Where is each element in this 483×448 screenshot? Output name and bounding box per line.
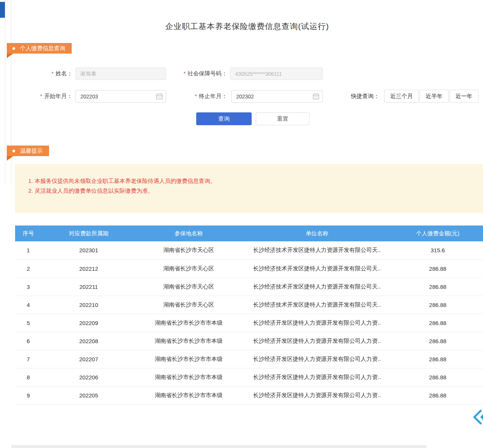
table-header-cell: 个人缴费金额(元): [392, 226, 483, 241]
table-header-row: 序号 对应费款所属期 参保地名称 单位名称 个人缴费金额(元): [15, 226, 483, 241]
table-row: 3 202211 湖南省长沙市天心区 长沙经济技术开发区捷特人力资源开发有限公司…: [15, 278, 483, 296]
cell-index: 8: [15, 368, 42, 386]
name-label: *姓名：: [23, 70, 72, 77]
pension-query-page: 企业职工基本养老保险缴费信息查询(试运行) 个人缴费信息查询 *姓名： *社会保…: [0, 0, 483, 448]
query-button[interactable]: 查询: [196, 112, 252, 125]
table-header-cell: 参保地名称: [136, 226, 242, 241]
start-month-label: *开始年月：: [23, 93, 72, 100]
corner-blue-block: [0, 2, 5, 18]
table-row: 6 202208 湖南省长沙市长沙市市本级 长沙经济开发区捷特人力资源开发有限公…: [15, 332, 483, 350]
cell-index: 6: [15, 332, 42, 350]
table-row: 7 202207 湖南省长沙市长沙市市本级 长沙经济开发区捷特人力资源开发有限公…: [15, 350, 483, 368]
tip-line: 1. 本服务仅提供尚未领取企业职工基本养老保险待遇人员的缴费信息查询。: [28, 176, 475, 186]
cell-index: 2: [15, 259, 42, 278]
cell-amount: 286.88: [392, 278, 483, 296]
cell-amount: 286.88: [392, 332, 483, 350]
cell-index: 1: [15, 241, 42, 259]
cell-amount: 315.6: [392, 241, 483, 259]
cell-period: 202207: [42, 350, 136, 368]
cell-company: 长沙经济技术开发区捷特人力资源开发有限公司天..: [242, 259, 392, 278]
cell-period: 202206: [42, 368, 136, 386]
table-row: 1 202301 湖南省长沙市天心区 长沙经济技术开发区捷特人力资源开发有限公司…: [15, 241, 483, 259]
cell-amount: 286.88: [392, 259, 483, 278]
name-input[interactable]: [75, 68, 166, 80]
cell-period: 202209: [42, 314, 136, 332]
cell-index: 9: [15, 386, 42, 404]
cell-period: 202301: [42, 241, 136, 259]
table-body: 1 202301 湖南省长沙市天心区 长沙经济技术开发区捷特人力资源开发有限公司…: [15, 241, 483, 404]
badge-fold-decoration: [7, 54, 13, 58]
cell-amount: 286.88: [392, 296, 483, 314]
table-row: 5 202209 湖南省长沙市长沙市市本级 长沙经济开发区捷特人力资源开发有限公…: [15, 314, 483, 332]
start-month-input[interactable]: [75, 90, 166, 103]
dot-icon: [12, 47, 15, 50]
cell-region: 湖南省长沙市长沙市市本级: [136, 314, 242, 332]
cell-company: 长沙经济技术开发区捷特人力资源开发有限公司天..: [242, 296, 392, 314]
cell-amount: 286.88: [392, 386, 483, 404]
cell-amount: 286.88: [392, 350, 483, 368]
tip-line: 2. 灵活就业人员的缴费单位信息以实际缴费为准。: [28, 186, 475, 196]
double-chevron-left-icon[interactable]: [472, 409, 483, 425]
section-badge-query-label: 个人缴费信息查询: [20, 45, 65, 52]
cell-company: 长沙经济技术开发区捷特人力资源开发有限公司天..: [242, 278, 392, 296]
payment-records-table: 序号 对应费款所属期 参保地名称 单位名称 个人缴费金额(元) 1 202301…: [15, 226, 483, 405]
section-badge-tips-label: 温馨提示: [20, 147, 43, 155]
cell-period: 202205: [42, 386, 136, 404]
table-row: 8 202206 湖南省长沙市长沙市市本级 长沙经济开发区捷特人力资源开发有限公…: [15, 368, 483, 386]
cell-region: 湖南省长沙市天心区: [136, 278, 242, 296]
cell-company: 长沙经济开发区捷特人力资源开发有限公司人力资..: [242, 350, 392, 368]
quick-option-button[interactable]: 近半年: [420, 90, 449, 103]
table-row: 4 202210 湖南省长沙市天心区 长沙经济技术开发区捷特人力资源开发有限公司…: [15, 296, 483, 314]
required-asterisk: *: [195, 93, 197, 99]
required-asterisk: *: [52, 71, 54, 77]
required-asterisk: *: [40, 93, 42, 99]
left-sidebar-strip: [0, 0, 5, 183]
quick-query-label: 快捷查询：: [351, 93, 379, 100]
page-title: 企业职工基本养老保险缴费信息查询(试运行): [11, 21, 483, 32]
cell-region: 湖南省长沙市天心区: [136, 296, 242, 314]
table-header-cell: 对应费款所属期: [42, 226, 136, 241]
cell-company: 长沙经济开发区捷特人力资源开发有限公司人力资..: [242, 368, 392, 386]
cell-period: 202208: [42, 332, 136, 350]
cell-index: 4: [15, 296, 42, 314]
end-month-label: *终止年月：: [166, 93, 227, 100]
cell-index: 7: [15, 350, 42, 368]
quick-query-group: 近三个月 近半年 近一年: [384, 90, 478, 103]
cell-index: 3: [15, 278, 42, 296]
table-row: 9 202205 湖南省长沙市长沙市市本级 长沙经济开发区捷特人力资源开发有限公…: [15, 386, 483, 404]
cell-period: 202212: [42, 259, 136, 278]
table-header-cell: 单位名称: [242, 226, 392, 241]
cell-amount: 286.88: [392, 314, 483, 332]
end-month-input[interactable]: [231, 90, 323, 103]
calendar-icon[interactable]: [156, 93, 163, 100]
badge-fold-decoration: [7, 156, 13, 161]
cell-region: 湖南省长沙市天心区: [136, 241, 242, 259]
bottom-scrollbar-strip[interactable]: [11, 445, 426, 448]
cell-region: 湖南省长沙市长沙市市本级: [136, 386, 242, 404]
cell-period: 202211: [42, 278, 136, 296]
cell-region: 湖南省长沙市天心区: [136, 259, 242, 278]
cell-region: 湖南省长沙市长沙市市本级: [136, 350, 242, 368]
cell-company: 长沙经济技术开发区捷特人力资源开发有限公司天..: [242, 241, 392, 259]
cell-index: 5: [15, 314, 42, 332]
tips-notice-box: 1. 本服务仅提供尚未领取企业职工基本养老保险待遇人员的缴费信息查询。 2. 灵…: [15, 164, 483, 213]
cell-amount: 286.88: [392, 368, 483, 386]
cell-company: 长沙经济开发区捷特人力资源开发有限公司人力资..: [242, 314, 392, 332]
required-asterisk: *: [184, 71, 186, 77]
table-header-cell: 序号: [15, 226, 42, 241]
cell-region: 湖南省长沙市长沙市市本级: [136, 368, 242, 386]
cell-company: 长沙经济开发区捷特人力资源开发有限公司人力资..: [242, 386, 392, 404]
cell-company: 长沙经济开发区捷特人力资源开发有限公司人力资..: [242, 332, 392, 350]
reset-button[interactable]: 重置: [256, 112, 309, 125]
section-badge-query: 个人缴费信息查询: [7, 43, 72, 58]
calendar-icon[interactable]: [312, 93, 320, 100]
quick-option-button[interactable]: 近三个月: [384, 90, 419, 103]
ssn-input[interactable]: [230, 68, 323, 80]
dot-icon: [12, 150, 15, 152]
quick-option-button[interactable]: 近一年: [449, 90, 478, 103]
cell-region: 湖南省长沙市长沙市市本级: [136, 332, 242, 350]
table-row: 2 202212 湖南省长沙市天心区 长沙经济技术开发区捷特人力资源开发有限公司…: [15, 259, 483, 278]
ssn-label: *社会保障号码：: [166, 70, 227, 77]
section-badge-tips: 温馨提示: [7, 146, 49, 161]
cell-period: 202210: [42, 296, 136, 314]
